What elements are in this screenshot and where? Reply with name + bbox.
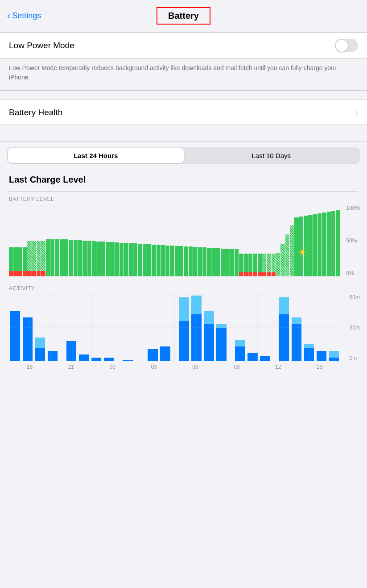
- battery-bar-26: [129, 205, 133, 276]
- battery-bar-22: [110, 205, 114, 276]
- battery-y-labels: 100% 50% 0%: [346, 205, 360, 276]
- segment-24h[interactable]: Last 24 Hours: [8, 148, 184, 163]
- activity-grid: [9, 294, 340, 361]
- battery-bar-9: [50, 205, 54, 276]
- toggle-knob: [336, 40, 348, 52]
- battery-bar-38: [184, 205, 188, 276]
- battery-bar-24: [120, 205, 124, 276]
- battery-bar-19: [96, 205, 100, 276]
- battery-bar-28: [138, 205, 142, 276]
- battery-bar-4: [27, 205, 31, 276]
- battery-bar-61: [290, 205, 294, 276]
- activity-y-labels: 60m 30m 0m: [350, 294, 360, 361]
- battery-bar-70: [331, 205, 335, 276]
- low-power-section: Low Power Mode: [0, 32, 367, 59]
- x-label-21: 21: [50, 364, 92, 370]
- battery-bar-63: [299, 205, 303, 276]
- battery-bar-41: [198, 205, 202, 276]
- battery-bar-17: [87, 205, 91, 276]
- battery-bar-8: [46, 205, 50, 276]
- battery-bar-52: [248, 205, 252, 276]
- x-label-18: 18: [9, 364, 50, 370]
- activity-chart: 60m 30m 0m 18 21 00 03 06 09 12 15: [9, 294, 358, 375]
- battery-bar-25: [124, 205, 128, 276]
- battery-level-label: BATTERY LEVEL: [9, 196, 358, 202]
- battery-bar-64: [304, 205, 308, 276]
- battery-bar-49: [235, 205, 239, 276]
- battery-bar-34: [165, 205, 169, 276]
- segment-10d[interactable]: Last 10 Days: [184, 148, 359, 163]
- battery-bar-67: [318, 205, 322, 276]
- battery-bar-48: [230, 205, 234, 276]
- battery-bar-3: [23, 205, 27, 276]
- last-charge-title: Last Charge Level: [9, 175, 86, 184]
- battery-bar-29: [143, 205, 147, 276]
- battery-bar-27: [133, 205, 137, 276]
- battery-bar-50: [239, 205, 243, 276]
- battery-bar-18: [92, 205, 96, 276]
- activity-y-0: 0m: [350, 355, 360, 361]
- battery-health-section: Battery Health ›: [0, 100, 367, 125]
- battery-level-chart: 100% 50% 0% ⚡: [9, 205, 358, 276]
- battery-bar-5: [32, 205, 36, 276]
- battery-bar-0: [9, 205, 13, 276]
- battery-bar-6: [37, 205, 41, 276]
- battery-bar-1: [13, 205, 17, 276]
- battery-bar-7: [41, 205, 45, 276]
- lightning-icon: ⚡: [298, 248, 307, 256]
- activity-label: ACTIVITY: [9, 285, 358, 292]
- low-power-row: Low Power Mode: [0, 33, 367, 58]
- x-label-00: 00: [92, 364, 133, 370]
- battery-y-0: 0%: [346, 270, 360, 276]
- battery-bar-15: [78, 205, 82, 276]
- back-label: Settings: [12, 11, 41, 21]
- battery-bar-42: [202, 205, 206, 276]
- battery-bar-16: [82, 205, 87, 276]
- battery-bar-21: [106, 205, 110, 276]
- battery-bar-2: [18, 205, 22, 276]
- header-title-box: Battery: [157, 7, 210, 25]
- battery-level-chart-wrapper: BATTERY LEVEL 100% 50% 0% ⚡: [9, 196, 358, 276]
- x-label-12: 12: [257, 364, 299, 370]
- battery-bar-35: [170, 205, 174, 276]
- header: ‹ Settings Battery: [0, 0, 367, 32]
- activity-y-60: 60m: [350, 294, 360, 300]
- back-chevron-icon: ‹: [7, 10, 10, 22]
- spacer: [0, 125, 367, 142]
- battery-bar-71: [336, 205, 340, 276]
- battery-bar-57: [272, 205, 276, 276]
- battery-bar-47: [225, 205, 229, 276]
- battery-bar-69: [327, 205, 331, 276]
- activity-x-labels: 18 21 00 03 06 09 12 15: [9, 364, 340, 370]
- battery-bar-23: [115, 205, 119, 276]
- battery-bar-51: [244, 205, 248, 276]
- page-title: Battery: [168, 11, 199, 21]
- battery-health-label: Battery Health: [9, 108, 62, 117]
- back-button[interactable]: ‹ Settings: [7, 10, 41, 22]
- battery-bar-12: [64, 205, 68, 276]
- battery-bar-55: [262, 205, 266, 276]
- battery-bar-59: [280, 205, 285, 276]
- battery-bar-11: [60, 205, 64, 276]
- battery-health-row[interactable]: Battery Health ›: [0, 100, 367, 125]
- time-segment-container: Last 24 Hours Last 10 Days: [0, 142, 367, 169]
- battery-bar-56: [267, 205, 271, 276]
- activity-y-30: 30m: [350, 325, 360, 331]
- battery-bars: [9, 205, 340, 276]
- battery-bar-44: [211, 205, 215, 276]
- battery-bar-62: [294, 205, 298, 276]
- battery-bar-30: [147, 205, 151, 276]
- battery-bar-32: [157, 205, 161, 276]
- low-power-description: Low Power Mode temporarily reduces backg…: [9, 64, 337, 81]
- x-label-09: 09: [216, 364, 257, 370]
- battery-bar-13: [69, 205, 73, 276]
- battery-bar-43: [207, 205, 211, 276]
- battery-bar-14: [74, 205, 78, 276]
- x-label-06: 06: [175, 364, 216, 370]
- activity-chart-wrapper: ACTIVITY: [9, 285, 358, 375]
- time-segment-control: Last 24 Hours Last 10 Days: [7, 147, 360, 164]
- last-charge-section: Last Charge Level: [0, 169, 367, 187]
- x-label-15: 15: [299, 364, 340, 370]
- low-power-toggle[interactable]: [335, 39, 358, 52]
- battery-bar-20: [101, 205, 105, 276]
